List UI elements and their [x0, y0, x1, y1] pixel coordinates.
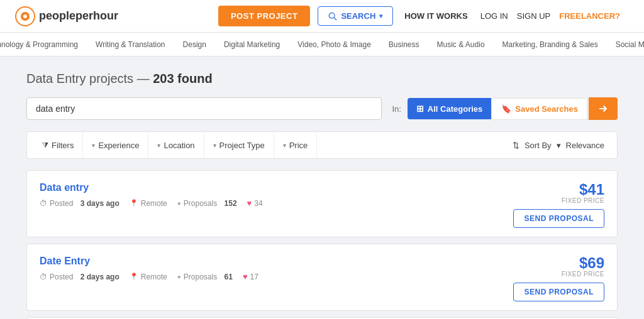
nav-item-music[interactable]: Music & Audio [437, 40, 485, 49]
filters-row: ⧩ Filters ▾ Experience ▾ Location ▾ Proj… [26, 131, 618, 159]
relevance-chevron-icon: ▾ [557, 141, 561, 150]
search-bar-row: In: ⊞ All Categories 🔖 Saved Searches [26, 97, 618, 120]
logo[interactable]: peopleperhour [15, 6, 118, 26]
price-amount-1: $69 [562, 256, 604, 271]
card-meta-1: ⏱ Posted 2 days ago 📍 Remote ● Proposals… [40, 272, 513, 281]
location-filter[interactable]: ▾ Location [148, 132, 204, 158]
nav-item-video[interactable]: Video, Photo & Image [297, 40, 371, 49]
project-type-label: Project Type [219, 141, 265, 150]
proposals-0: ● Proposals 152 [177, 199, 237, 208]
filter-icon: ⧩ [42, 141, 48, 149]
location-pin-icon-0: 📍 [130, 199, 138, 207]
posted-0: ⏱ Posted 3 days ago [40, 199, 119, 208]
card-left-0: Data entry ⏱ Posted 3 days ago 📍 Remote … [40, 182, 513, 208]
nav-item-marketing[interactable]: Marketing, Branding & Sales [502, 40, 598, 49]
in-label: In: [392, 104, 401, 114]
location-value-1: Remote [141, 273, 167, 281]
price-wrap-1: $69 FIXED PRICE [562, 256, 604, 278]
sort-by-label: Sort By [525, 141, 552, 150]
send-proposal-button-1[interactable]: SEND PROPOSAL [513, 283, 604, 301]
saved-searches-button[interactable]: 🔖 Saved Searches [492, 98, 587, 120]
location-value-0: Remote [141, 199, 167, 208]
card-right-1: $69 FIXED PRICE SEND PROPOSAL [513, 256, 604, 301]
search-input-wrap [26, 97, 382, 120]
location-0: 📍 Remote [130, 199, 167, 208]
experience-label: Experience [98, 141, 139, 150]
logo-icon [15, 6, 35, 26]
search-button-label: SEARCH [341, 11, 375, 21]
saved-searches-label: Saved Searches [515, 104, 578, 114]
category-nav: Technology & Programming Writing & Trans… [0, 33, 644, 57]
main-content: Data Entry projects — 203 found In: ⊞ Al… [14, 57, 630, 319]
project-type-chevron-icon: ▾ [213, 142, 216, 149]
proposals-1: ● Proposals 61 [177, 273, 233, 281]
sort-by-wrap: ⇅ Sort By ▾ Relevance [506, 141, 611, 150]
project-title-1[interactable]: Date Entry [40, 256, 513, 267]
proposals-count-0: 152 [225, 199, 237, 208]
nav-item-digital-marketing[interactable]: Digital Marketing [224, 40, 280, 49]
project-type-filter[interactable]: ▾ Project Type [204, 132, 274, 158]
bookmark-icon: 🔖 [501, 104, 511, 114]
card-meta-0: ⏱ Posted 3 days ago 📍 Remote ● Proposals… [40, 198, 513, 208]
likes-0: ♥ 34 [247, 198, 263, 208]
nav-item-design[interactable]: Design [183, 40, 206, 49]
posted-time-0: 3 days ago [80, 199, 119, 208]
all-categories-button[interactable]: ⊞ All Categories [408, 98, 491, 119]
clock-icon-0: ⏱ [40, 199, 47, 208]
search-go-button[interactable] [589, 97, 618, 120]
proposals-label-1: Proposals [184, 273, 217, 281]
table-row: Date Entry ⏱ Posted 2 days ago 📍 Remote … [26, 244, 618, 311]
signup-link[interactable]: SIGN UP [517, 11, 550, 21]
send-proposal-button-0[interactable]: SEND PROPOSAL [513, 209, 604, 228]
how-it-works-link[interactable]: HOW IT WORKS [404, 11, 467, 21]
nav-item-technology[interactable]: Technology & Programming [0, 40, 78, 49]
posted-label-1: Posted [50, 273, 73, 281]
projects-list: Data entry ⏱ Posted 3 days ago 📍 Remote … [26, 170, 618, 319]
price-amount-0: $41 [562, 182, 604, 197]
search-input[interactable] [26, 97, 382, 120]
price-wrap-0: $41 FIXED PRICE [562, 182, 604, 204]
search-button[interactable]: SEARCH ▾ [318, 6, 393, 26]
table-row: Data entry ⏱ Posted 3 days ago 📍 Remote … [26, 170, 618, 237]
svg-line-4 [335, 18, 337, 20]
search-options: ⊞ All Categories 🔖 Saved Searches [408, 97, 618, 120]
nav-item-social-media[interactable]: Social Media [616, 40, 644, 49]
logo-text: peopleperhour [39, 9, 118, 23]
likes-1: ♥ 17 [243, 272, 258, 281]
experience-chevron-icon: ▾ [92, 142, 95, 149]
grid-icon: ⊞ [416, 104, 424, 114]
project-title-0[interactable]: Data entry [40, 182, 513, 193]
all-categories-label: All Categories [428, 104, 482, 114]
arrow-right-icon [597, 103, 609, 114]
price-type-0: FIXED PRICE [562, 197, 604, 204]
likes-count-1: 17 [250, 273, 258, 281]
login-link[interactable]: LOG IN [480, 11, 508, 21]
experience-filter[interactable]: ▾ Experience [83, 132, 148, 158]
nav-item-business[interactable]: Business [389, 40, 419, 49]
price-chevron-icon: ▾ [283, 142, 286, 149]
proposals-icon-0: ● [177, 200, 181, 207]
location-1: 📍 Remote [130, 273, 167, 281]
nav-item-writing[interactable]: Writing & Translation [96, 40, 165, 49]
filters-label: Filters [52, 141, 74, 150]
proposals-label-0: Proposals [184, 199, 217, 208]
heart-icon-0: ♥ [247, 198, 252, 208]
posted-1: ⏱ Posted 2 days ago [40, 273, 119, 281]
posted-label-0: Posted [50, 199, 73, 208]
proposals-count-1: 61 [225, 273, 233, 281]
filters-button[interactable]: ⧩ Filters [33, 132, 83, 158]
posted-time-1: 2 days ago [80, 273, 119, 281]
post-project-button[interactable]: POST PROJECT [218, 6, 310, 26]
relevance-label: Relevance [566, 141, 604, 150]
freelancer-link[interactable]: FREELANCER? [559, 11, 620, 21]
price-label: Price [289, 141, 308, 150]
price-filter[interactable]: ▾ Price [274, 132, 318, 158]
price-type-1: FIXED PRICE [562, 271, 604, 278]
sort-icon: ⇅ [513, 141, 519, 150]
location-chevron-icon: ▾ [157, 142, 160, 149]
svg-point-2 [23, 14, 27, 18]
page-title-prefix: Data Entry projects — [26, 72, 150, 85]
page-result-count: 203 found [153, 72, 212, 85]
card-left-1: Date Entry ⏱ Posted 2 days ago 📍 Remote … [40, 256, 513, 281]
likes-count-0: 34 [254, 199, 262, 208]
